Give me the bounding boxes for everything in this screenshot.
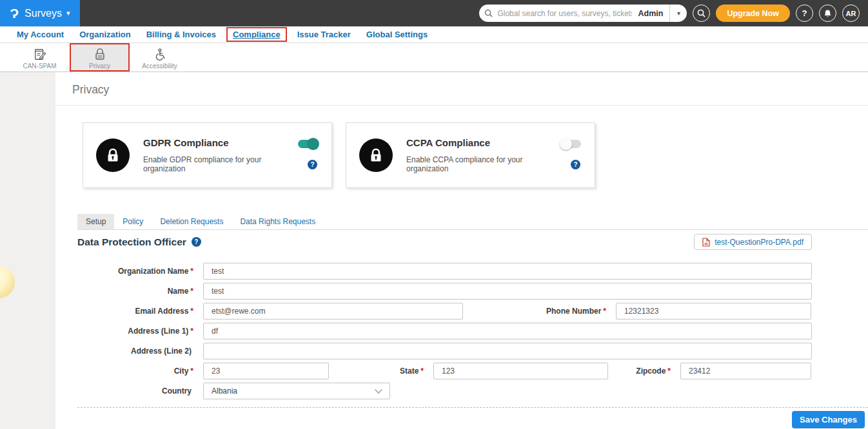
product-switcher[interactable]: Ɂ Surveys ▾ (0, 0, 80, 26)
toolbar-can-spam[interactable]: CAN-SPAM (10, 43, 70, 72)
questionpro-logo-icon: Ɂ (10, 6, 19, 20)
card-title: CCPA Compliance (406, 137, 552, 148)
search-icon (479, 9, 497, 17)
toggle-knob (307, 138, 319, 150)
country-selected-value: Albania (212, 386, 237, 396)
required-asterisk: * (603, 307, 606, 316)
field-label: Address (Line 2) (77, 347, 203, 356)
lock-icon (359, 138, 393, 172)
feedback-orb[interactable] (0, 266, 15, 298)
chevron-down-icon: ▾ (66, 9, 70, 17)
form-row: Email Address* Phone Number* (77, 303, 812, 319)
tab-setup[interactable]: Setup (77, 214, 114, 229)
section-title: Data Protection Officer (77, 236, 186, 248)
required-asterisk: * (190, 327, 193, 336)
required-asterisk: * (420, 367, 424, 376)
nav-issue-tracker[interactable]: Issue Tracker (290, 28, 359, 41)
global-search: Admin ▾ (479, 5, 687, 22)
form-row: Country Albania (77, 383, 812, 399)
required-asterisk: * (190, 367, 193, 376)
lock-icon (96, 138, 130, 172)
wheelchair-icon (153, 47, 166, 61)
field-label: Email Address* (77, 307, 203, 316)
privacy-tabs: Setup Policy Deletion Requests Data Righ… (77, 214, 868, 230)
city-input[interactable] (203, 363, 329, 379)
save-changes-button[interactable]: Save Changes (792, 411, 865, 428)
tab-deletion-requests[interactable]: Deletion Requests (152, 214, 232, 229)
pdf-file-name: test-QuestionPro-DPA.pdf (715, 238, 804, 247)
field-label: Name* (77, 287, 203, 296)
top-bar: Ɂ Surveys ▾ Admin ▾ Upgrade Now ? AR (0, 0, 868, 26)
email-address-input[interactable] (203, 303, 463, 319)
name-input[interactable] (203, 283, 812, 300)
tab-data-rights-requests[interactable]: Data Rights Requests (232, 214, 324, 229)
nav-compliance[interactable]: Compliance (226, 27, 287, 42)
organization-name-input[interactable] (203, 263, 812, 280)
divider (77, 407, 868, 408)
help-icon[interactable]: ? (571, 160, 580, 169)
help-button[interactable]: ? (796, 5, 813, 22)
topbar-actions: Admin ▾ Upgrade Now ? AR (479, 5, 868, 22)
compliance-toolbar: CAN-SPAM Privacy Accessibility (0, 43, 868, 72)
form-row: Name* (77, 283, 812, 300)
notifications-button[interactable] (819, 5, 836, 22)
ccpa-card: CCPA Compliance Enable CCPA compliance f… (346, 122, 595, 188)
required-asterisk: * (667, 367, 671, 376)
field-label: Organization Name* (77, 267, 203, 276)
dpo-form: Organization Name* Name* Email Address* … (77, 263, 812, 403)
nav-billing-invoices[interactable]: Billing & Invoices (139, 28, 224, 41)
address-line2-input[interactable] (203, 343, 812, 359)
card-title: GDPR Compliance (143, 137, 289, 148)
toolbar-item-label: CAN-SPAM (23, 62, 56, 70)
country-select[interactable]: Albania (203, 383, 390, 399)
section-header: Data Protection Officer ? test-QuestionP… (77, 234, 812, 250)
field-label: State* (329, 367, 433, 376)
required-asterisk: * (190, 307, 193, 316)
product-name: Surveys (25, 8, 62, 19)
upgrade-now-button[interactable]: Upgrade Now (716, 5, 790, 22)
toggle-knob (560, 138, 572, 150)
field-label: Address (Line 1)* (77, 327, 203, 336)
form-row: Address (Line 1)* (77, 323, 812, 339)
tab-policy[interactable]: Policy (114, 214, 152, 229)
document-pencil-icon (33, 47, 47, 61)
form-row: Organization Name* (77, 263, 812, 280)
dpa-pdf-link[interactable]: test-QuestionPro-DPA.pdf (694, 234, 812, 250)
ccpa-toggle[interactable] (561, 140, 581, 148)
toolbar-accessibility[interactable]: Accessibility (130, 43, 190, 72)
avatar[interactable]: AR (842, 5, 860, 22)
main-area: Privacy GDPR Compliance Enable GDPR comp… (0, 72, 868, 429)
phone-number-input[interactable] (616, 303, 811, 319)
pdf-file-icon (702, 238, 710, 247)
page-title: Privacy (55, 72, 868, 106)
card-description: Enable GDPR compliance for your organiza… (143, 155, 289, 173)
padlock-icon (94, 47, 106, 61)
help-icon[interactable]: ? (308, 160, 317, 169)
toolbar-item-label: Accessibility (142, 62, 177, 70)
form-row: Address (Line 2) (77, 343, 812, 359)
card-description: Enable CCPA compliance for your organiza… (406, 155, 552, 173)
state-input[interactable] (433, 363, 608, 379)
field-label: City* (77, 367, 203, 376)
required-asterisk: * (190, 267, 193, 276)
help-icon[interactable]: ? (192, 237, 201, 247)
toolbar-item-label: Privacy (89, 62, 110, 70)
search-scope-label: Admin (632, 9, 670, 18)
nav-organization[interactable]: Organization (72, 28, 138, 41)
search-scope-dropdown[interactable]: ▾ (670, 5, 687, 22)
nav-global-settings[interactable]: Global Settings (359, 28, 435, 41)
toolbar-privacy[interactable]: Privacy (70, 43, 130, 72)
gdpr-toggle[interactable] (298, 140, 318, 148)
search-input[interactable] (497, 9, 631, 18)
nav-my-account[interactable]: My Account (9, 28, 72, 41)
required-asterisk: * (190, 287, 193, 296)
chevron-down-icon (374, 388, 383, 394)
privacy-panel: Privacy GDPR Compliance Enable GDPR comp… (55, 72, 868, 429)
address-line1-input[interactable] (203, 323, 812, 339)
field-label: Phone Number* (463, 307, 616, 316)
form-row: City* State* Zipcode* (77, 363, 812, 379)
gdpr-card: GDPR Compliance Enable GDPR compliance f… (83, 122, 332, 188)
zipcode-input[interactable] (680, 363, 811, 379)
field-label: Country (77, 386, 203, 396)
search-button[interactable] (693, 5, 710, 22)
